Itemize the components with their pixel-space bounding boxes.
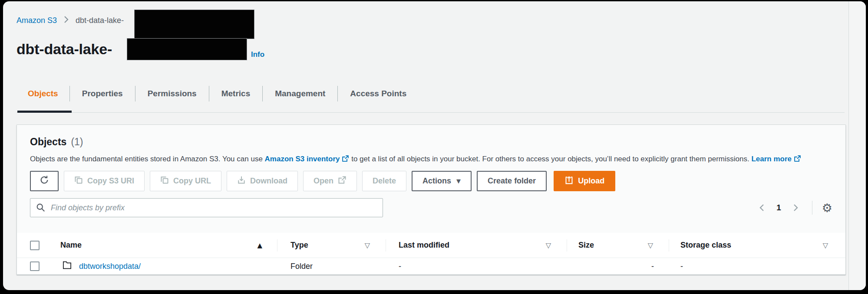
redaction-box-breadcrumb <box>134 10 254 39</box>
objects-table-header: Name ▲ Type ▽ Last modified ▽ Size ▽ Sto… <box>17 233 845 258</box>
search-icon <box>36 203 45 214</box>
upload-icon <box>564 176 574 187</box>
search-box <box>30 198 383 217</box>
copy-url-label: Copy URL <box>173 176 211 186</box>
download-icon <box>237 176 246 186</box>
table-row: dbtworkshopdata/ Folder - - - <box>17 258 845 274</box>
copy-s3-uri-button[interactable]: Copy S3 URI <box>64 171 145 191</box>
external-link-icon <box>794 155 801 164</box>
copy-url-button[interactable]: Copy URL <box>150 171 221 191</box>
current-page-number[interactable]: 1 <box>776 203 781 212</box>
chevron-right-icon <box>63 15 69 26</box>
objects-panel-header: Objects (1) Objects are the fundamental … <box>17 125 845 233</box>
preferences-gear-icon[interactable]: ⚙ <box>822 202 832 214</box>
sort-indicator-icon[interactable]: ▽ <box>648 241 653 249</box>
active-tab-underline <box>17 111 72 113</box>
column-label-size: Size <box>578 241 594 250</box>
caret-down-icon: ▼ <box>456 178 461 184</box>
row-storage-class-cell: - <box>669 258 845 274</box>
objects-panel: Objects (1) Objects are the fundamental … <box>17 124 846 274</box>
objects-count: (1) <box>71 136 83 148</box>
select-all-checkbox[interactable] <box>30 241 40 250</box>
breadcrumb-current-bucket: dbt-data-lake- <box>76 16 124 25</box>
tab-management[interactable]: Management <box>263 83 337 105</box>
copy-icon <box>160 176 169 186</box>
upload-button[interactable]: Upload <box>554 171 615 191</box>
column-divider <box>277 239 277 252</box>
find-objects-input[interactable] <box>30 198 383 217</box>
breadcrumb: Amazon S3 dbt-data-lake- <box>17 15 124 26</box>
pagination: 1 ⚙ <box>757 201 832 215</box>
column-divider <box>669 239 669 252</box>
tab-access-points[interactable]: Access Points <box>338 83 419 105</box>
bucket-tabs: Objects Properties Permissions Metrics M… <box>17 83 419 105</box>
row-type-cell: Folder <box>277 258 386 274</box>
row-name-cell: dbtworkshopdata/ <box>60 258 277 274</box>
select-all-cell <box>17 233 60 258</box>
tab-properties[interactable]: Properties <box>70 83 135 105</box>
open-button[interactable]: Open <box>303 171 357 191</box>
search-row: 1 ⚙ <box>30 198 832 217</box>
row-size-value: - <box>651 262 654 271</box>
download-button[interactable]: Download <box>227 171 298 191</box>
page-title: dbt-data-lake- <box>17 41 112 58</box>
column-label-name: Name <box>60 241 82 250</box>
column-label-type: Type <box>290 241 308 250</box>
objects-panel-title: Objects <box>30 136 66 148</box>
tab-objects[interactable]: Objects <box>17 83 69 105</box>
row-checkbox[interactable] <box>30 261 40 271</box>
copy-icon <box>74 176 83 186</box>
sort-indicator-icon[interactable]: ▽ <box>823 241 828 249</box>
open-label: Open <box>314 176 333 186</box>
column-header-last-modified[interactable]: Last modified ▽ <box>386 233 567 258</box>
delete-button[interactable]: Delete <box>362 171 406 191</box>
breadcrumb-amazon-s3-link[interactable]: Amazon S3 <box>17 16 57 25</box>
learn-more-link[interactable]: Learn more <box>751 155 792 163</box>
create-folder-button[interactable]: Create folder <box>477 171 547 191</box>
pagination-divider <box>812 201 812 215</box>
description-text: to get a list of all objects in your buc… <box>349 155 751 163</box>
previous-page-button[interactable] <box>757 201 767 214</box>
actions-label: Actions <box>422 176 451 186</box>
sort-indicator-icon[interactable]: ▽ <box>365 241 370 249</box>
upload-label: Upload <box>578 176 604 186</box>
external-link-icon <box>342 155 349 164</box>
external-link-icon <box>338 176 347 186</box>
sort-ascending-icon[interactable]: ▲ <box>257 242 262 249</box>
objects-description: Objects are the fundamental entities sto… <box>30 155 832 164</box>
s3-inventory-link[interactable]: Amazon S3 inventory <box>265 155 340 163</box>
info-link[interactable]: Info <box>251 50 264 59</box>
column-header-name[interactable]: Name ▲ <box>60 233 277 258</box>
objects-toolbar: Copy S3 URI Copy URL Download Open Delet… <box>30 171 832 191</box>
folder-icon <box>63 261 72 271</box>
column-label-storage-class: Storage class <box>680 241 731 250</box>
column-header-type[interactable]: Type ▽ <box>277 233 386 258</box>
copy-s3-uri-label: Copy S3 URI <box>87 176 134 186</box>
redaction-box-title <box>127 38 247 60</box>
row-select-cell <box>17 258 60 274</box>
row-size-cell: - <box>567 258 669 274</box>
next-page-button[interactable] <box>791 201 801 214</box>
s3-console-screen: Amazon S3 dbt-data-lake- dbt-data-lake- … <box>3 1 866 290</box>
download-label: Download <box>250 176 287 186</box>
row-last-modified-value: - <box>399 262 401 271</box>
tab-metrics[interactable]: Metrics <box>209 83 263 105</box>
create-folder-label: Create folder <box>488 176 536 186</box>
description-text: Objects are the fundamental entities sto… <box>30 155 265 163</box>
column-header-storage-class[interactable]: Storage class ▽ <box>669 233 845 258</box>
sort-indicator-icon[interactable]: ▽ <box>546 241 551 249</box>
tab-permissions[interactable]: Permissions <box>135 83 209 105</box>
column-label-last-modified: Last modified <box>399 241 449 250</box>
row-storage-class-value: - <box>680 262 683 271</box>
column-divider <box>567 239 567 252</box>
refresh-button[interactable] <box>30 171 59 191</box>
delete-label: Delete <box>373 176 396 186</box>
actions-dropdown-button[interactable]: Actions ▼ <box>412 171 472 191</box>
scrollbar-track[interactable] <box>848 1 866 290</box>
tabs-baseline <box>17 112 845 113</box>
row-last-modified-cell: - <box>386 258 567 274</box>
refresh-icon <box>40 175 49 187</box>
object-folder-link[interactable]: dbtworkshopdata/ <box>79 262 141 271</box>
column-header-size[interactable]: Size ▽ <box>567 233 669 258</box>
row-type-value: Folder <box>290 262 313 271</box>
